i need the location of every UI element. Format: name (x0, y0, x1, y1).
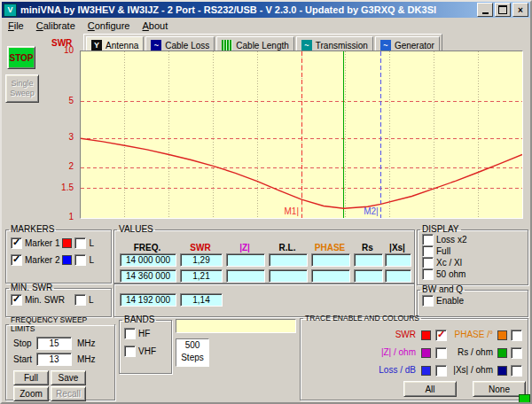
bands-group: BANDS HF VHF (119, 315, 172, 374)
zoom-button[interactable]: Zoom (13, 386, 49, 401)
marker2-checkbox[interactable] (11, 254, 22, 266)
m2-phase-field[interactable] (311, 269, 350, 283)
title-bar: V miniVNA by IW3HEV & IW3IJZ - 2 Port - … (2, 2, 530, 18)
trace-xs-swatch[interactable] (497, 366, 507, 376)
vhf-checkbox[interactable] (124, 346, 136, 357)
m2-rs-field[interactable] (354, 269, 383, 283)
start-unit-label: MHz (77, 354, 96, 364)
markers-legend: MARKERS (9, 225, 56, 234)
save-button[interactable]: Save (51, 370, 86, 385)
tab-cable-length-label: Cable Length (236, 41, 289, 50)
trace-loss-swatch[interactable] (421, 366, 431, 376)
close-button[interactable]: × (512, 3, 528, 17)
m1-xs-field[interactable] (385, 253, 411, 267)
minimize-button[interactable] (477, 3, 493, 17)
menu-configure[interactable]: Configure (82, 19, 137, 32)
stop-unit-label: MHz (77, 338, 96, 348)
start-label: Start (13, 354, 32, 364)
m1-phase-field[interactable] (311, 253, 350, 267)
tab-transmission-label: Transmission (316, 41, 368, 50)
min-swr-value-field[interactable]: 1,14 (180, 293, 223, 307)
marker2-l-label: L (89, 255, 94, 265)
m1-rl-field[interactable] (269, 253, 308, 267)
trace-phase-swatch[interactable] (497, 330, 507, 340)
menu-calibrate[interactable]: Calibrate (30, 19, 82, 32)
recall-button[interactable]: Recall (51, 386, 86, 401)
transmission-icon (301, 40, 312, 50)
trace-z-swatch[interactable] (421, 348, 431, 358)
marker1-l-label: L (89, 238, 94, 248)
single-sweep-button[interactable]: Single Sweep (5, 74, 39, 103)
band-vhf-row: VHF (120, 345, 171, 358)
trace-phase-label: PHASE /° (449, 330, 493, 339)
trace-xs-checkbox[interactable] (511, 365, 522, 377)
trace-all-button[interactable]: All (403, 381, 457, 397)
steps-control[interactable]: 500 Steps (176, 338, 209, 367)
y-axis-tick: 1.5 (50, 183, 74, 192)
min-swr-checkbox[interactable] (11, 294, 22, 306)
min-swr-freq-field[interactable]: 14 192 000 (120, 293, 176, 307)
start-frequency-field[interactable]: 13 (36, 353, 72, 366)
y-axis-tick: 10 (50, 45, 74, 55)
trace-swr-checkbox[interactable] (435, 330, 447, 341)
hf-checkbox[interactable] (124, 328, 136, 339)
m1-z-field[interactable] (226, 253, 265, 267)
m2-z-field[interactable] (226, 269, 265, 283)
stop-frequency-field[interactable]: 15 (36, 337, 72, 350)
markers-group: MARKERS Marker 1 L Marker 2 L (5, 225, 112, 284)
menu-about[interactable]: About (137, 19, 175, 32)
maximize-icon (498, 5, 507, 14)
marker2-l-checkbox[interactable] (74, 254, 86, 266)
m2-swr-field[interactable]: 1,21 (180, 269, 223, 283)
tab-cable-loss-label: Cable Loss (165, 41, 209, 50)
m2-rl-field[interactable] (269, 269, 308, 283)
m2-xs-field[interactable] (385, 269, 411, 283)
trace-none-button[interactable]: None (473, 381, 526, 397)
loss-x2-label: Loss x2 (436, 235, 466, 245)
col-header-phase: PHASE (311, 243, 348, 252)
marker1-checkbox[interactable] (11, 237, 22, 249)
marker1-l-checkbox[interactable] (74, 237, 86, 249)
m1-rs-field[interactable] (354, 253, 383, 267)
trace-rs-swatch[interactable] (497, 348, 507, 358)
marker1-color-swatch[interactable] (62, 238, 72, 248)
trace-phase-checkbox[interactable] (511, 330, 522, 341)
trace-loss-checkbox[interactable] (435, 365, 447, 377)
col-header-rl: R.L. (269, 243, 306, 252)
steps-value[interactable]: 500 (176, 339, 208, 352)
window-title: miniVNA by IW3HEV & IW3IJZ - 2 Port - RS… (20, 4, 475, 15)
marker2-color-swatch[interactable] (62, 255, 72, 265)
frequency-sweep-group: FREQUENCY SWEEP LIMITS Stop 15 MHz Start… (5, 315, 115, 400)
tab-generator-label: Generator (395, 41, 434, 50)
stop-button[interactable]: STOP (7, 46, 35, 69)
col-header-xs: |Xs| (385, 243, 410, 252)
hf-label: HF (138, 329, 150, 338)
m1-freq-field[interactable]: 14 000 000 (120, 253, 176, 267)
swr-chart: M1|M2| (81, 51, 522, 218)
min-swr-legend: MIN. SWR (9, 284, 54, 292)
min-swr-l-checkbox[interactable] (74, 294, 86, 306)
loss-x2-checkbox[interactable] (422, 234, 434, 245)
trace-swr-label: SWR (327, 330, 416, 339)
trace-rs-checkbox[interactable] (511, 347, 522, 359)
xc-xl-checkbox[interactable] (422, 257, 434, 268)
y-axis-tick: 2 (50, 161, 74, 171)
cable-loss-icon (151, 40, 161, 50)
trace-swr-swatch[interactable] (421, 330, 431, 340)
menu-file[interactable]: File (2, 19, 30, 32)
trace-enable-legend: TRACE ENABLE AND COLOURS (303, 314, 421, 322)
m1-swr-field[interactable]: 1,29 (180, 253, 223, 267)
full-sweep-button[interactable]: Full (13, 370, 49, 385)
maximize-button[interactable] (495, 3, 511, 17)
m2-freq-field[interactable]: 14 360 000 (120, 269, 176, 283)
single-sweep-label-line2: Sweep (10, 89, 35, 98)
trace-z-checkbox[interactable] (435, 347, 447, 359)
fifty-ohm-checkbox[interactable] (422, 268, 434, 280)
col-header-freq: FREQ. (120, 243, 175, 252)
swr-plot-area[interactable]: M1|M2| (80, 50, 523, 219)
full-checkbox[interactable] (422, 245, 434, 257)
band-hf-row: HF (120, 327, 171, 340)
bw-q-legend: BW and Q (420, 285, 465, 294)
values-legend: VALUES (117, 225, 155, 234)
bw-q-enable-checkbox[interactable] (422, 295, 434, 307)
